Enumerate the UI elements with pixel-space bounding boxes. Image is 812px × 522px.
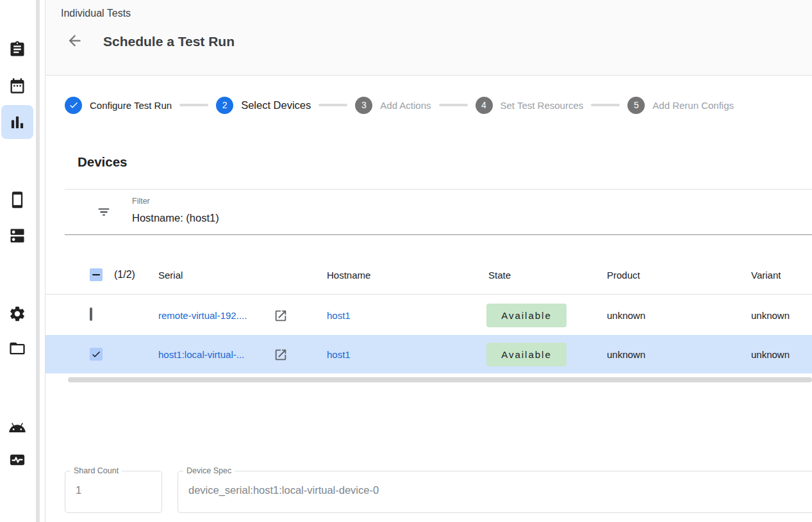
dns-icon[interactable]: [8, 227, 26, 245]
indeterminate-checkbox-icon: [90, 268, 103, 281]
step-label: Add Actions: [380, 100, 431, 111]
filter-field-value[interactable]: Hostname: (host1): [132, 212, 219, 224]
column-header-product: Product: [607, 270, 640, 281]
step-number: 5: [627, 97, 645, 114]
smartphone-icon[interactable]: [8, 191, 26, 209]
column-header-serial: Serial: [158, 270, 183, 281]
back-arrow-icon[interactable]: [66, 32, 83, 49]
selection-count: (1/2): [114, 269, 135, 281]
stepper-connector: [179, 104, 208, 106]
row-checkbox[interactable]: [90, 348, 103, 361]
select-all-checkbox[interactable]: [90, 268, 103, 281]
device-spec-field[interactable]: Device Spec device_serial:host1:local-vi…: [178, 466, 812, 513]
shard-count-input[interactable]: 1: [76, 484, 81, 496]
step-number: 2: [216, 97, 233, 114]
calendar-icon[interactable]: [8, 77, 26, 95]
column-header-state: State: [488, 270, 511, 281]
sidebar-nav: [0, 0, 35, 522]
step-label: Select Devices: [241, 99, 311, 111]
device-serial-link[interactable]: remote-virtual-192....: [158, 310, 247, 321]
stepper-connector: [591, 104, 620, 106]
step-add-actions[interactable]: 3 Add Actions: [355, 97, 431, 114]
variant-value: unknown: [751, 310, 790, 321]
page-title: Schedule a Test Run: [103, 34, 235, 49]
filter-field-label: Filter: [132, 197, 150, 206]
device-filter-input[interactable]: Filter Hostname: (host1): [65, 189, 812, 235]
activity-monitor-icon[interactable]: [8, 451, 26, 469]
device-table-header: (1/2) Serial Hostname State Product Vari…: [46, 256, 812, 295]
table-row-selected[interactable]: host1:local-virtual-... host1 Available …: [46, 335, 812, 373]
step-set-test-resources[interactable]: 4 Set Test Resources: [476, 97, 584, 114]
horizontal-scrollbar[interactable]: [68, 377, 812, 382]
step-check-icon: [65, 97, 82, 114]
product-value: unknown: [607, 349, 645, 360]
checked-checkbox-icon: [90, 348, 103, 361]
column-header-hostname: Hostname: [327, 270, 370, 281]
column-header-variant: Variant: [751, 270, 781, 281]
folder-icon[interactable]: [8, 339, 26, 357]
bar-chart-icon[interactable]: [8, 113, 26, 131]
step-number: 4: [476, 97, 493, 114]
variant-value: unknown: [751, 349, 790, 360]
open-in-new-icon[interactable]: [274, 348, 288, 362]
clipboard-icon[interactable]: [8, 40, 26, 58]
stepper-connector: [319, 104, 347, 106]
step-label: Configure Test Run: [90, 100, 172, 111]
main-content: Individual Tests Schedule a Test Run Con…: [46, 0, 812, 522]
filter-list-icon: [97, 205, 111, 219]
settings-gear-icon[interactable]: [8, 305, 26, 323]
step-label: Add Rerun Configs: [652, 100, 734, 111]
devices-section-title: Devices: [78, 154, 128, 170]
table-row[interactable]: remote-virtual-192.... host1 Available u…: [46, 295, 812, 335]
step-configure-test-run[interactable]: Configure Test Run: [65, 97, 172, 114]
state-badge: Available: [486, 343, 567, 366]
sidebar-scrollbar[interactable]: [36, 0, 40, 522]
stepper-connector: [439, 104, 468, 106]
device-spec-label: Device Spec: [183, 466, 235, 475]
android-robot-icon[interactable]: [8, 419, 26, 437]
device-spec-input[interactable]: device_serial:host1:local-virtual-device…: [188, 484, 379, 496]
step-number: 3: [355, 97, 372, 114]
test-station-app: Individual Tests Schedule a Test Run Con…: [0, 0, 812, 522]
open-in-new-icon[interactable]: [274, 309, 288, 323]
hostname-link[interactable]: host1: [327, 349, 351, 360]
breadcrumb: Individual Tests: [61, 8, 131, 19]
shard-count-label: Shard Count: [70, 466, 122, 475]
device-serial-link[interactable]: host1:local-virtual-...: [158, 349, 244, 360]
state-badge: Available: [486, 304, 567, 327]
stepper: Configure Test Run 2 Select Devices 3 Ad…: [65, 96, 812, 114]
row-checkbox[interactable]: [90, 309, 92, 320]
step-add-rerun-configs[interactable]: 5 Add Rerun Configs: [627, 97, 734, 114]
product-value: unknown: [607, 310, 645, 321]
page-header: Individual Tests Schedule a Test Run: [46, 0, 812, 76]
shard-count-field[interactable]: Shard Count 1: [65, 466, 162, 513]
hostname-link[interactable]: host1: [327, 310, 351, 321]
step-label: Set Test Resources: [501, 100, 584, 111]
unchecked-checkbox-icon: [90, 307, 92, 321]
step-select-devices[interactable]: 2 Select Devices: [216, 97, 311, 114]
